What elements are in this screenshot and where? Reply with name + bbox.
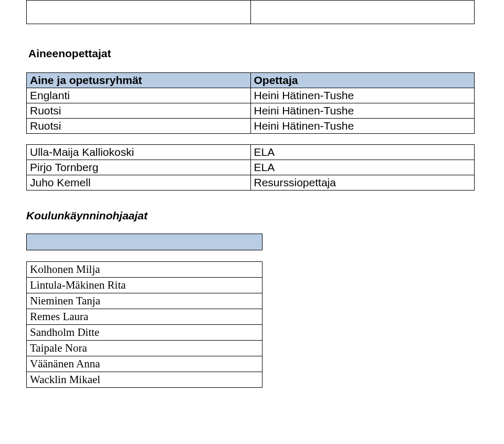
cell-role: ELA <box>250 145 475 160</box>
table-row: Pirjo Tornberg ELA <box>27 160 475 175</box>
table-row: Juho Kemell Resurssiopettaja <box>27 175 475 191</box>
cell-name: Remes Laura <box>27 309 262 325</box>
empty-cell <box>27 250 262 262</box>
table-row: Ruotsi Heini Hätinen-Tushe <box>27 119 475 134</box>
cell-aine: Ruotsi <box>27 103 251 119</box>
cell-aine: Englanti <box>27 88 251 103</box>
table-row: Väänänen Anna <box>27 356 262 372</box>
cell-name: Väänänen Anna <box>27 356 262 372</box>
cell-name: Wacklin Mikael <box>27 372 262 388</box>
cell-name: Nieminen Tanja <box>27 293 262 309</box>
cell-name: Sandholm Ditte <box>27 325 262 341</box>
table-row: Kolhonen Milja <box>27 262 262 278</box>
table-row: Sandholm Ditte <box>27 325 262 341</box>
table-row: Lintula-Mäkinen Rita <box>27 278 262 293</box>
column-header-aine: Aine ja opetusryhmät <box>27 73 251 88</box>
column-header-opettaja: Opettaja <box>250 73 475 88</box>
cell-role: Resurssiopettaja <box>250 175 475 191</box>
table-row: Remes Laura <box>27 309 262 325</box>
table-row: Wacklin Mikael <box>27 372 262 388</box>
section-title-koulunkaynninohjaajat: Koulunkäynninohjaajat <box>26 209 475 222</box>
empty-cell <box>250 1 475 24</box>
table-row: Taipale Nora <box>27 341 262 356</box>
table-row: Nieminen Tanja <box>27 293 262 309</box>
ohjaajat-header-cell <box>27 234 262 250</box>
aine-opettaja-table: Aine ja opetusryhmät Opettaja Englanti H… <box>26 72 475 134</box>
cell-name: Kolhonen Milja <box>27 262 262 278</box>
cell-name: Juho Kemell <box>27 175 251 191</box>
spacer-row <box>27 250 262 262</box>
cell-name: Lintula-Mäkinen Rita <box>27 278 262 293</box>
cell-name: Taipale Nora <box>27 341 262 356</box>
cell-opettaja: Heini Hätinen-Tushe <box>250 103 475 119</box>
cell-role: ELA <box>250 160 475 175</box>
ela-resurssi-table: Ulla-Maija Kalliokoski ELA Pirjo Tornber… <box>26 144 475 191</box>
table-header-row: Aine ja opetusryhmät Opettaja <box>27 73 475 88</box>
ohjaajat-table: Kolhonen Milja Lintula-Mäkinen Rita Niem… <box>26 234 262 388</box>
table-row: Ulla-Maija Kalliokoski ELA <box>27 145 475 160</box>
table-row <box>27 1 475 24</box>
cell-name: Pirjo Tornberg <box>27 160 251 175</box>
cell-name: Ulla-Maija Kalliokoski <box>27 145 251 160</box>
top-empty-table <box>26 0 475 24</box>
cell-opettaja: Heini Hätinen-Tushe <box>250 88 475 103</box>
cell-opettaja: Heini Hätinen-Tushe <box>250 119 475 134</box>
section-title-aineenopettajat: Aineenopettajat <box>28 47 475 60</box>
cell-aine: Ruotsi <box>27 119 251 134</box>
table-row: Englanti Heini Hätinen-Tushe <box>27 88 475 103</box>
empty-cell <box>27 1 251 24</box>
table-header-row <box>27 234 262 250</box>
table-row: Ruotsi Heini Hätinen-Tushe <box>27 103 475 119</box>
